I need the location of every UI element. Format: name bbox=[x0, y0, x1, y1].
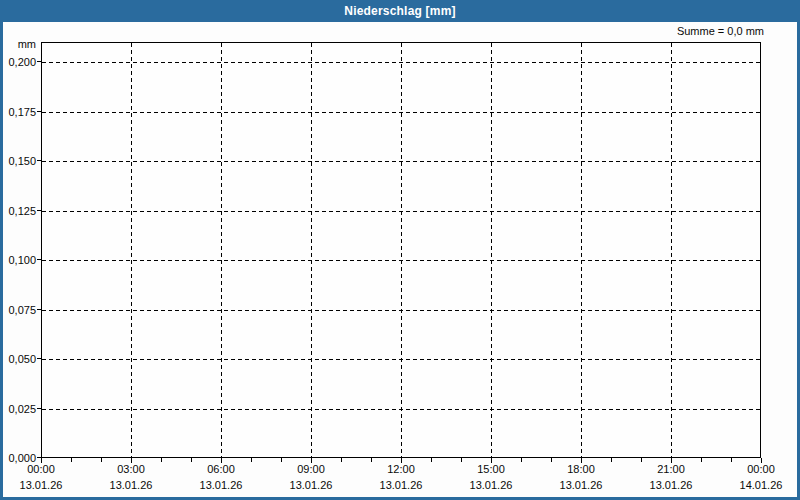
x-axis-time-label: 03:00 bbox=[96, 463, 166, 476]
x-axis-minor-tick bbox=[101, 458, 102, 462]
x-axis-minor-tick bbox=[71, 458, 72, 462]
y-axis-tick-label: 0,125 bbox=[0, 205, 36, 217]
x-axis-major-tick bbox=[491, 458, 492, 463]
x-gridline bbox=[671, 43, 672, 457]
y-axis-tick bbox=[37, 111, 41, 112]
x-axis-minor-tick bbox=[641, 458, 642, 462]
x-axis-minor-tick bbox=[731, 458, 732, 462]
x-axis-major-tick bbox=[671, 458, 672, 463]
x-axis-major-tick bbox=[581, 458, 582, 463]
x-axis-minor-tick bbox=[161, 458, 162, 462]
y-axis-unit-label: mm bbox=[0, 38, 36, 50]
chart-window: Niederschlag [mm] Summe = 0,0 mm mm 0,20… bbox=[0, 0, 800, 500]
x-axis-minor-tick bbox=[431, 458, 432, 462]
y-axis-tick-label: 0,175 bbox=[0, 106, 36, 118]
x-axis-date-label: 13.01.26 bbox=[636, 479, 706, 492]
y-axis-tick bbox=[37, 61, 41, 62]
x-axis-major-tick bbox=[41, 458, 42, 463]
x-axis-time-label: 12:00 bbox=[366, 463, 436, 476]
y-axis-tick-label: 0,200 bbox=[0, 56, 36, 68]
x-axis-time-label: 21:00 bbox=[636, 463, 706, 476]
y-axis-tick-label: 0,075 bbox=[0, 304, 36, 316]
x-axis-date-label: 13.01.26 bbox=[546, 479, 616, 492]
x-axis-date-label: 13.01.26 bbox=[6, 479, 76, 492]
x-gridline bbox=[581, 43, 582, 457]
x-axis-date-label: 13.01.26 bbox=[96, 479, 166, 492]
x-axis-minor-tick bbox=[251, 458, 252, 462]
sum-annotation: Summe = 0,0 mm bbox=[677, 24, 764, 38]
x-axis-date-label: 14.01.26 bbox=[726, 479, 796, 492]
x-gridline bbox=[311, 43, 312, 457]
y-axis-tick bbox=[37, 309, 41, 310]
plot-area bbox=[41, 42, 761, 458]
x-axis-minor-tick bbox=[701, 458, 702, 462]
x-axis-date-label: 13.01.26 bbox=[366, 479, 436, 492]
x-axis-minor-tick bbox=[461, 458, 462, 462]
x-axis-major-tick bbox=[311, 458, 312, 463]
x-axis-major-tick bbox=[131, 458, 132, 463]
x-axis-time-label: 00:00 bbox=[6, 463, 76, 476]
y-axis-tick-label: 0,025 bbox=[0, 403, 36, 415]
x-axis-major-tick bbox=[401, 458, 402, 463]
y-axis-tick-label: 0,100 bbox=[0, 254, 36, 266]
x-axis-time-label: 09:00 bbox=[276, 463, 346, 476]
x-gridline bbox=[491, 43, 492, 457]
x-axis-time-label: 15:00 bbox=[456, 463, 526, 476]
x-axis-time-label: 00:00 bbox=[726, 463, 796, 476]
y-axis-tick-label: 0,050 bbox=[0, 353, 36, 365]
x-axis-major-tick bbox=[761, 458, 762, 463]
x-gridline bbox=[131, 43, 132, 457]
x-axis-date-label: 13.01.26 bbox=[456, 479, 526, 492]
y-axis-tick bbox=[37, 408, 41, 409]
x-axis-minor-tick bbox=[551, 458, 552, 462]
x-gridline bbox=[221, 43, 222, 457]
x-axis-time-label: 18:00 bbox=[546, 463, 616, 476]
x-axis-minor-tick bbox=[281, 458, 282, 462]
chart-title-bar: Niederschlag [mm] bbox=[0, 0, 800, 22]
y-axis-tick bbox=[37, 259, 41, 260]
x-axis-minor-tick bbox=[191, 458, 192, 462]
y-axis-tick bbox=[37, 210, 41, 211]
y-axis-tick bbox=[37, 358, 41, 359]
x-gridline bbox=[401, 43, 402, 457]
x-axis-minor-tick bbox=[371, 458, 372, 462]
x-axis-major-tick bbox=[221, 458, 222, 463]
x-axis-minor-tick bbox=[521, 458, 522, 462]
x-axis-date-label: 13.01.26 bbox=[276, 479, 346, 492]
y-axis-tick bbox=[37, 160, 41, 161]
x-axis-minor-tick bbox=[341, 458, 342, 462]
x-axis-minor-tick bbox=[611, 458, 612, 462]
x-axis-date-label: 13.01.26 bbox=[186, 479, 256, 492]
x-axis-time-label: 06:00 bbox=[186, 463, 256, 476]
y-axis-tick-label: 0,150 bbox=[0, 155, 36, 167]
